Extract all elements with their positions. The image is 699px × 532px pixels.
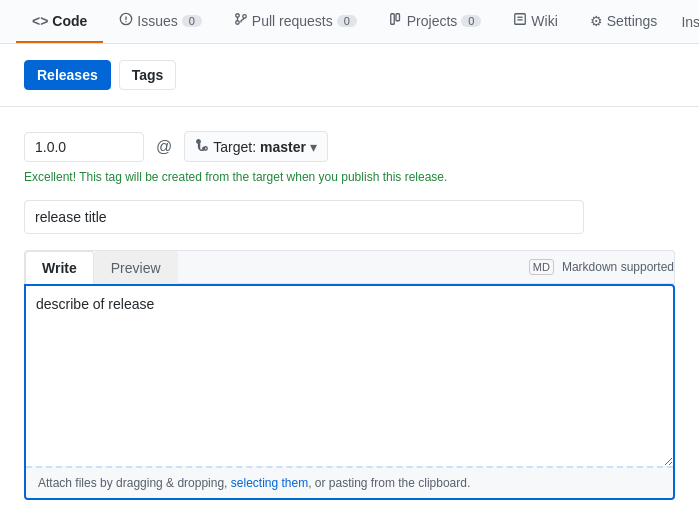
tag-hint: Excellent! This tag will be created from… <box>24 170 675 184</box>
editor-tabs: Write Preview MD Markdown supported <box>25 251 674 284</box>
editor-wrapper: Attach files by dragging & dropping, sel… <box>24 284 675 500</box>
preview-tab[interactable]: Preview <box>94 251 178 284</box>
version-input[interactable] <box>24 132 144 162</box>
top-nav: <> Code Issues 0 Pull requests 0 Project… <box>0 0 699 44</box>
svg-rect-9 <box>515 14 526 25</box>
tags-button[interactable]: Tags <box>119 60 177 90</box>
markdown-icon: MD <box>529 259 554 275</box>
at-symbol: @ <box>156 138 172 156</box>
target-branch: master <box>260 139 306 155</box>
description-textarea[interactable] <box>26 286 673 466</box>
main-content: @ Target: master ▾ Excellent! This tag w… <box>0 107 699 524</box>
target-label: Target: <box>213 139 256 155</box>
tab-wiki[interactable]: Wiki <box>497 0 573 43</box>
tab-pull-requests[interactable]: Pull requests 0 <box>218 0 373 43</box>
svg-point-2 <box>126 21 127 22</box>
pull-request-icon <box>234 12 248 29</box>
sub-nav: Releases Tags <box>0 44 699 107</box>
release-title-input[interactable] <box>24 200 584 234</box>
markdown-badge: MD Markdown supported <box>529 251 674 283</box>
svg-rect-8 <box>396 14 400 21</box>
project-icon <box>389 12 403 29</box>
attach-bar: Attach files by dragging & dropping, sel… <box>26 466 673 498</box>
wiki-icon <box>513 12 527 29</box>
tab-issues[interactable]: Issues 0 <box>103 0 217 43</box>
releases-button[interactable]: Releases <box>24 60 111 90</box>
code-icon: <> <box>32 13 48 29</box>
version-row: @ Target: master ▾ <box>24 131 675 162</box>
tab-settings[interactable]: ⚙ Settings <box>574 1 674 43</box>
target-caret-icon: ▾ <box>310 139 317 155</box>
target-branch-button[interactable]: Target: master ▾ <box>184 131 328 162</box>
insights-menu[interactable]: Insights ▾ <box>673 2 699 42</box>
settings-icon: ⚙ <box>590 13 603 29</box>
branch-icon <box>195 138 209 155</box>
select-files-link[interactable]: selecting them <box>231 476 308 490</box>
svg-rect-7 <box>391 14 395 25</box>
issue-icon <box>119 12 133 29</box>
tab-code[interactable]: <> Code <box>16 1 103 43</box>
svg-point-4 <box>236 21 240 25</box>
svg-point-3 <box>236 14 240 18</box>
svg-point-6 <box>243 15 247 19</box>
write-tab[interactable]: Write <box>25 251 94 284</box>
tab-projects[interactable]: Projects 0 <box>373 0 498 43</box>
